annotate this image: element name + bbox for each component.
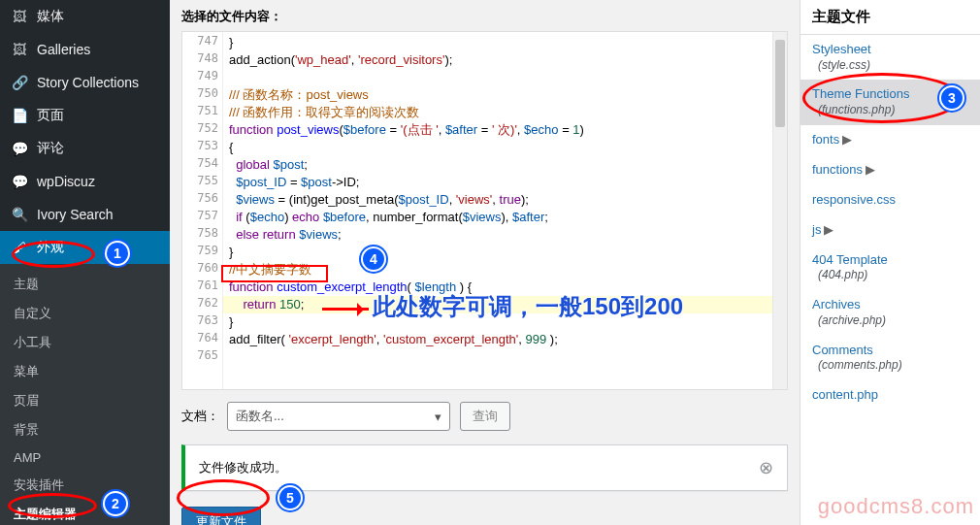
line-number: 749 [183,69,218,82]
line-number: 760 [183,261,218,275]
submenu-item-4[interactable]: 页眉 [0,386,170,415]
submenu-item-1[interactable]: 自定义 [0,299,170,328]
editor-scrollbar[interactable] [772,32,787,389]
file-filename: (404.php) [812,268,968,283]
submenu-item-5[interactable]: 背景 [0,415,170,444]
theme-file-4[interactable]: responsive.css [800,185,980,215]
theme-file-8[interactable]: Comments(comments.php) [800,336,980,380]
code-line[interactable]: { [223,139,787,156]
submenu-item-3[interactable]: 菜单 [0,357,170,386]
documentation-lookup: 文档： 函数名... ▾ 查询 [181,402,788,431]
theme-file-3[interactable]: functions▶ [800,155,980,185]
file-label: Comments [812,343,873,357]
sidebar-item-4[interactable]: 💬评论 [0,132,170,165]
sidebar-item-label: Galleries [37,42,90,57]
scrollbar-thumb[interactable] [775,40,785,127]
gallery-icon: 🖼 [10,42,29,57]
code-line[interactable]: } [223,244,787,261]
dismiss-icon[interactable]: ⊗ [759,457,773,478]
appearance-icon: 🖌 [10,240,29,255]
annotation-badge-2: 2 [103,491,128,516]
submenu-item-2[interactable]: 小工具 [0,328,170,357]
file-label: content.php [812,387,878,402]
file-label: fonts [812,132,839,147]
annotation-text: 此处数字可调，一般150到200 [373,291,683,322]
triangle-right-icon: ▶ [866,162,875,177]
sidebar-item-5[interactable]: 💬wpDiscuz [0,165,170,198]
annotation-badge-1: 1 [105,241,130,266]
update-file-button[interactable]: 更新文件 [181,507,261,525]
line-number: 752 [183,121,218,135]
line-number: 761 [183,279,218,292]
sidebar-item-label: 页面 [37,107,64,124]
triangle-right-icon: ▶ [824,222,833,237]
doc-label: 文档： [181,408,219,425]
theme-file-6[interactable]: 404 Template(404.php) [800,246,980,290]
file-label: 404 Template [812,252,888,267]
theme-file-5[interactable]: js▶ [800,215,980,246]
sidebar-item-2[interactable]: 🔗Story Collections [0,66,170,99]
sidebar-item-label: wpDiscuz [37,174,95,189]
code-line[interactable]: global $post; [223,156,787,174]
search-icon: 🔍 [10,207,29,222]
theme-file-7[interactable]: Archives(archive.php) [800,290,980,335]
code-line[interactable]: } [223,34,787,51]
line-number: 755 [183,174,218,187]
success-notice: 文件修改成功。 ⊗ [181,444,788,491]
code-editor[interactable]: 7477487497507517527537547557567577587597… [181,31,788,390]
code-line[interactable]: add_action('wp_head', 'record_visitors')… [223,51,787,69]
link-icon: 🔗 [10,75,29,90]
file-label: js [812,222,821,237]
chat-icon: 💬 [10,174,29,189]
annotation-badge-5: 5 [278,485,303,510]
combo-placeholder: 函数名... [236,408,284,425]
sidebar-item-7[interactable]: 🖌外观 [0,231,170,264]
file-label: Archives [812,297,861,312]
function-combobox[interactable]: 函数名... ▾ [227,402,450,431]
editor-main: 选择的文件内容： 7477487497507517527537547557567… [170,0,800,525]
line-number: 756 [183,191,218,205]
line-number: 763 [183,313,218,327]
code-line[interactable]: $post_ID = $post->ID; [223,174,787,191]
code-line[interactable]: else return $views; [223,226,787,244]
sidebar-item-6[interactable]: 🔍Ivory Search [0,198,170,231]
code-area[interactable]: }add_action('wp_head', 'record_visitors'… [223,32,787,389]
code-line[interactable]: //中文摘要字数 [223,261,787,279]
sidebar-item-0[interactable]: 🖼媒体 [0,0,170,33]
triangle-right-icon: ▶ [842,132,852,147]
code-line[interactable]: $views = (int)get_post_meta($post_ID, 'v… [223,191,787,209]
theme-files-heading: 主题文件 [800,0,980,35]
submenu-item-7[interactable]: 安装插件 [0,471,170,500]
code-line[interactable]: function post_views($before = '(点击 ', $a… [223,121,787,139]
line-number: 753 [183,139,218,152]
code-line[interactable] [223,348,787,366]
code-line[interactable]: add_filter( 'excerpt_length', 'custom_ex… [223,331,787,348]
theme-file-2[interactable]: fonts▶ [800,125,980,155]
code-line[interactable]: if ($echo) echo $before, number_format($… [223,209,787,226]
file-filename: (style.css) [812,58,968,74]
line-number: 748 [183,51,218,65]
code-line[interactable]: /// 函数作用：取得文章的阅读次数 [223,104,787,121]
sidebar-item-label: Ivory Search [37,207,114,222]
theme-file-0[interactable]: Stylesheet(style.css) [800,35,980,80]
sidebar-item-1[interactable]: 🖼Galleries [0,33,170,66]
code-line[interactable] [223,69,787,86]
chevron-down-icon: ▾ [435,410,441,424]
file-filename: (archive.php) [812,313,968,329]
submenu-item-0[interactable]: 主题 [0,270,170,299]
submenu-item-6[interactable]: AMP [0,444,170,471]
media-icon: 🖼 [10,9,29,24]
file-label: responsive.css [812,192,896,207]
lookup-button[interactable]: 查询 [460,402,510,431]
line-number: 751 [183,104,218,117]
sidebar-item-label: Story Collections [37,75,139,90]
sidebar-item-3[interactable]: 📄页面 [0,99,170,132]
theme-file-9[interactable]: content.php [800,380,980,410]
annotation-arrow [322,308,369,311]
line-number: 754 [183,156,218,170]
line-number: 765 [183,348,218,362]
code-line[interactable]: /// 函数名称：post_views [223,86,787,104]
page-icon: 📄 [10,108,29,123]
notice-text: 文件修改成功。 [199,459,287,476]
submenu-item-8[interactable]: 主题编辑器 [0,500,170,525]
